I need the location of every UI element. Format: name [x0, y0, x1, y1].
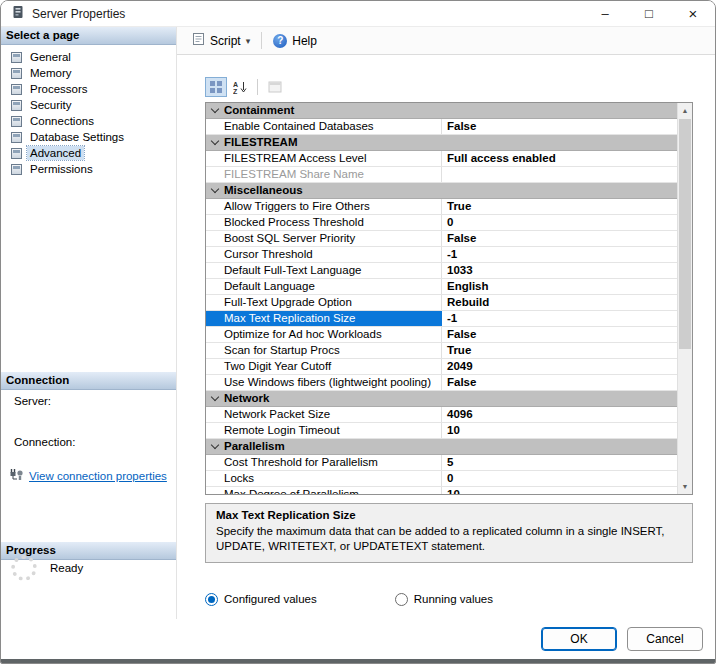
svg-text:Z: Z: [233, 88, 238, 95]
window-title: Server Properties: [32, 7, 125, 21]
property-value: Rebuild: [442, 295, 677, 310]
collapse-arrow-icon[interactable]: [206, 391, 224, 406]
sidebar-item-permissions[interactable]: Permissions: [1, 161, 176, 177]
connection-header: Connection: [1, 372, 176, 390]
property-value: False: [442, 327, 677, 342]
titlebar: Server Properties – □ ×: [1, 1, 715, 27]
property-value: 10: [442, 423, 677, 438]
scrollbar-thumb[interactable]: [679, 119, 691, 349]
categorized-button[interactable]: [205, 77, 227, 97]
sidebar-item-processors[interactable]: Processors: [1, 81, 176, 97]
property-grid: ContainmentEnable Contained DatabasesFal…: [205, 102, 693, 495]
cancel-button[interactable]: Cancel: [627, 627, 703, 651]
configured-values-radio[interactable]: Configured values: [205, 593, 317, 606]
property-description-panel: Max Text Replication Size Specify the ma…: [205, 503, 693, 563]
category-row-parallelism[interactable]: Parallelism: [206, 439, 677, 455]
minimize-button[interactable]: –: [583, 1, 627, 26]
collapse-arrow-icon[interactable]: [206, 135, 224, 150]
dialog-footer: OK Cancel: [1, 619, 715, 659]
property-row[interactable]: FILESTREAM Share Name: [206, 167, 677, 183]
property-row[interactable]: Default LanguageEnglish: [206, 279, 677, 295]
collapse-arrow-icon[interactable]: [206, 439, 224, 454]
property-grid-rows: ContainmentEnable Contained DatabasesFal…: [206, 103, 677, 495]
property-pages-button[interactable]: [264, 77, 286, 97]
property-row[interactable]: Network Packet Size4096: [206, 407, 677, 423]
property-value: False: [442, 375, 677, 390]
property-value: False: [442, 231, 677, 246]
collapse-arrow-icon[interactable]: [206, 183, 224, 198]
property-value: False: [442, 119, 677, 134]
property-name: Two Digit Year Cutoff: [206, 359, 442, 374]
sidebar-item-advanced[interactable]: Advanced: [1, 145, 176, 161]
svg-text:A: A: [233, 81, 238, 88]
category-row-containment[interactable]: Containment: [206, 103, 677, 119]
main-panel: Script ▾ ? Help AZ: [177, 27, 715, 619]
category-row-network[interactable]: Network: [206, 391, 677, 407]
alphabetical-sort-button[interactable]: AZ: [229, 77, 251, 97]
property-name: Use Windows fibers (lightweight pooling): [206, 375, 442, 390]
server-properties-window: Server Properties – □ × Select a page Ge…: [0, 0, 716, 664]
page-icon: [11, 68, 22, 79]
collapse-arrow-icon[interactable]: [206, 103, 224, 118]
property-row[interactable]: Use Windows fibers (lightweight pooling)…: [206, 375, 677, 391]
property-row[interactable]: Blocked Process Threshold0: [206, 215, 677, 231]
property-value: 5: [442, 455, 677, 470]
page-icon: [11, 164, 22, 175]
maximize-button[interactable]: □: [627, 1, 671, 26]
help-button-label: Help: [292, 34, 317, 48]
grid-scrollbar[interactable]: ▲ ▼: [677, 103, 692, 494]
help-button[interactable]: ? Help: [266, 31, 324, 51]
toolbar-separator: [261, 32, 262, 49]
page-label: Advanced: [27, 146, 84, 160]
scroll-up-arrow-icon[interactable]: ▲: [678, 103, 692, 118]
property-grid-toolbar: AZ: [205, 77, 694, 97]
close-button[interactable]: ×: [671, 1, 715, 26]
property-row[interactable]: Enable Contained DatabasesFalse: [206, 119, 677, 135]
sidebar-pages: GeneralMemoryProcessorsSecurityConnectio…: [1, 49, 176, 177]
property-name: Max Text Replication Size: [206, 311, 442, 326]
property-value: [442, 167, 677, 182]
scroll-down-arrow-icon[interactable]: ▼: [678, 479, 692, 494]
property-name: Cost Threshold for Parallelism: [206, 455, 442, 470]
property-name: Allow Triggers to Fire Others: [206, 199, 442, 214]
property-value: 0: [442, 215, 677, 230]
property-row[interactable]: Locks0: [206, 471, 677, 487]
window-bottom-edge: [1, 659, 715, 663]
property-row[interactable]: Allow Triggers to Fire OthersTrue: [206, 199, 677, 215]
view-connection-properties-link[interactable]: View connection properties: [29, 470, 167, 482]
category-name: FILESTREAM: [224, 135, 297, 150]
page-label: Connections: [27, 114, 97, 128]
advanced-page-content: AZ ContainmentEnable Contained Databases…: [177, 55, 715, 619]
sidebar-item-connections[interactable]: Connections: [1, 113, 176, 129]
property-row[interactable]: Two Digit Year Cutoff2049: [206, 359, 677, 375]
script-icon: [192, 32, 205, 49]
property-row[interactable]: Boost SQL Server PriorityFalse: [206, 231, 677, 247]
property-value: 4096: [442, 407, 677, 422]
property-value: 10: [442, 487, 677, 495]
property-row[interactable]: Full-Text Upgrade OptionRebuild: [206, 295, 677, 311]
toolbar-separator: [257, 79, 258, 95]
script-button[interactable]: Script ▾: [185, 29, 257, 52]
property-row[interactable]: Max Degree of Parallelism10: [206, 487, 677, 495]
ok-button[interactable]: OK: [541, 627, 617, 651]
property-row[interactable]: Cost Threshold for Parallelism5: [206, 455, 677, 471]
running-values-radio[interactable]: Running values: [395, 593, 493, 606]
property-row[interactable]: Default Full-Text Language1033: [206, 263, 677, 279]
category-name: Miscellaneous: [224, 183, 303, 198]
category-row-miscellaneous[interactable]: Miscellaneous: [206, 183, 677, 199]
sidebar-item-general[interactable]: General: [1, 49, 176, 65]
property-row[interactable]: Scan for Startup ProcsTrue: [206, 343, 677, 359]
property-row[interactable]: Remote Login Timeout10: [206, 423, 677, 439]
property-row[interactable]: FILESTREAM Access LevelFull access enabl…: [206, 151, 677, 167]
property-row[interactable]: Cursor Threshold-1: [206, 247, 677, 263]
property-name: Default Full-Text Language: [206, 263, 442, 278]
category-row-filestream[interactable]: FILESTREAM: [206, 135, 677, 151]
sidebar-item-database-settings[interactable]: Database Settings: [1, 129, 176, 145]
property-row[interactable]: Max Text Replication Size-1: [206, 311, 677, 327]
connection-properties-icon: [9, 468, 24, 483]
server-label: Server:: [14, 395, 51, 407]
property-row[interactable]: Optimize for Ad hoc WorkloadsFalse: [206, 327, 677, 343]
sidebar-item-security[interactable]: Security: [1, 97, 176, 113]
property-name: Scan for Startup Procs: [206, 343, 442, 358]
sidebar-item-memory[interactable]: Memory: [1, 65, 176, 81]
